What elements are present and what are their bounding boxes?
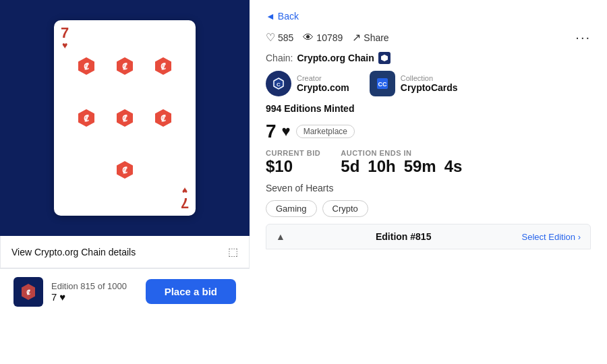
chevron-up-icon: ▲	[276, 231, 285, 242]
creator-avatar: C	[266, 71, 291, 96]
svg-text:₡: ₡	[26, 289, 30, 296]
back-link[interactable]: ◄ Back	[266, 11, 591, 22]
svg-text:₡: ₡	[122, 166, 127, 175]
hex-symbol-3: ₡	[153, 56, 173, 76]
share-action[interactable]: ↗ Share	[352, 31, 388, 44]
hex-symbol-7: ₡	[115, 160, 135, 180]
heart-icon: ♥	[59, 291, 65, 303]
auction-ends-block: AUCTION ENDS IN 5d 10h 59m 4s	[341, 149, 462, 176]
timer-hours: 10h	[368, 157, 395, 176]
auction-timer: 5d 10h 59m 4s	[341, 157, 462, 176]
left-panel: 7♥ 7♥ ₡ ₡	[0, 0, 250, 364]
chain-name: Crypto.org Chain	[297, 53, 374, 63]
nft-title: 7	[266, 121, 277, 142]
collection-item[interactable]: CC Collection CryptoCards	[370, 71, 458, 96]
svg-text:₡: ₡	[161, 62, 166, 71]
nft-heart-icon: ♥	[282, 123, 291, 140]
chevron-right-icon: ›	[578, 232, 581, 242]
creator-collection-row: C Creator Crypto.com CC Collection	[266, 71, 591, 96]
current-bid-block: CURRENT BID $10	[266, 149, 320, 176]
back-arrow-icon: ◄	[266, 11, 275, 22]
svg-text:₡: ₡	[84, 114, 89, 123]
svg-text:₡: ₡	[84, 62, 89, 71]
share-label: Share	[364, 32, 388, 43]
bid-info-row: CURRENT BID $10 AUCTION ENDS IN 5d 10h 5…	[266, 149, 591, 176]
eye-icon: 👁	[303, 32, 314, 44]
edition-thumb-icon: ₡	[19, 282, 38, 301]
bottom-bar: ₡ Edition 815 of 1000 7 ♥ Place a bid	[0, 268, 250, 314]
chain-details-bar[interactable]: View Crypto.org Chain details ⬚	[0, 236, 250, 268]
nft-image-container: 7♥ 7♥ ₡ ₡	[0, 0, 250, 236]
likes-count: 585	[278, 32, 293, 43]
hex-symbol-2: ₡	[115, 56, 135, 76]
likes-action[interactable]: ♡ 585	[266, 31, 293, 44]
svg-text:₡: ₡	[161, 114, 166, 123]
collection-avatar-icon: CC	[375, 76, 390, 91]
timer-days: 5d	[341, 157, 359, 176]
current-bid-value: $10	[266, 157, 320, 176]
share-icon: ↗	[352, 31, 361, 44]
creator-avatar-icon: C	[271, 76, 286, 91]
select-edition-label: Select Edition	[522, 232, 576, 242]
nft-title-row: 7 ♥ Marketplace	[266, 121, 591, 142]
nft-description: Seven of Hearts	[266, 183, 591, 193]
actions-row: ♡ 585 👁 10789 ↗ Share ···	[266, 30, 591, 45]
timer-minutes: 59m	[404, 157, 436, 176]
external-link-icon: ⬚	[228, 245, 238, 258]
svg-text:CC: CC	[378, 81, 386, 88]
svg-text:C: C	[277, 82, 281, 88]
collection-avatar: CC	[370, 71, 395, 96]
edition-number: 7	[51, 291, 57, 303]
hex-symbol-1: ₡	[76, 56, 96, 76]
edition-thumbnail: ₡	[13, 277, 43, 307]
creator-label: Creator	[297, 74, 349, 82]
chain-badge-icon	[378, 52, 391, 64]
right-panel: ◄ Back ♡ 585 👁 10789 ↗ Share ··· Chain: …	[250, 0, 607, 364]
views-action: 👁 10789	[303, 32, 343, 44]
back-label: Back	[278, 11, 299, 22]
marketplace-badge[interactable]: Marketplace	[296, 125, 355, 138]
bid-section: 7 ♥ Marketplace CURRENT BID $10 AUCTION …	[266, 121, 591, 176]
place-bid-button[interactable]: Place a bid	[146, 279, 236, 304]
svg-text:₡: ₡	[122, 62, 127, 71]
current-bid-label: CURRENT BID	[266, 149, 320, 157]
tag-crypto[interactable]: Crypto	[322, 200, 368, 217]
more-options-button[interactable]: ···	[575, 30, 591, 45]
collection-meta: Collection CryptoCards	[401, 74, 458, 93]
edition-label: Edition 815 of 1000	[51, 281, 138, 291]
nft-card: 7♥ 7♥ ₡ ₡	[54, 20, 196, 216]
hex-symbol-5: ₡	[115, 108, 135, 128]
select-edition-link[interactable]: Select Edition ›	[522, 232, 581, 242]
hex-symbol-4: ₡	[76, 108, 96, 128]
svg-marker-16	[381, 55, 388, 61]
edition-info: Edition 815 of 1000 7 ♥	[51, 281, 138, 303]
hex-symbol-6: ₡	[153, 108, 173, 128]
creator-item[interactable]: C Creator Crypto.com	[266, 71, 349, 96]
editions-minted: 994 Editions Minted	[266, 103, 591, 114]
tags-row: Gaming Crypto	[266, 200, 591, 217]
edition-title: Edition #815	[376, 231, 431, 242]
auction-ends-label: AUCTION ENDS IN	[341, 149, 462, 157]
timer-seconds: 4s	[444, 157, 463, 176]
creator-meta: Creator Crypto.com	[297, 74, 349, 93]
heart-icon: ♡	[266, 31, 275, 44]
creator-name: Crypto.com	[297, 82, 349, 93]
edition-heart-row: 7 ♥	[51, 291, 138, 303]
card-symbols: ₡ ₡ ₡ ₡	[54, 40, 196, 195]
chain-details-text: View Crypto.org Chain details	[11, 247, 136, 257]
svg-text:₡: ₡	[122, 114, 127, 123]
collection-label: Collection	[401, 74, 458, 82]
chain-label: Chain:	[266, 53, 293, 63]
tag-gaming[interactable]: Gaming	[266, 200, 317, 217]
chain-row: Chain: Crypto.org Chain	[266, 52, 591, 64]
views-count: 10789	[316, 32, 343, 43]
collection-name: CryptoCards	[401, 82, 458, 93]
edition-section-header[interactable]: ▲ Edition #815 Select Edition ›	[266, 224, 591, 249]
